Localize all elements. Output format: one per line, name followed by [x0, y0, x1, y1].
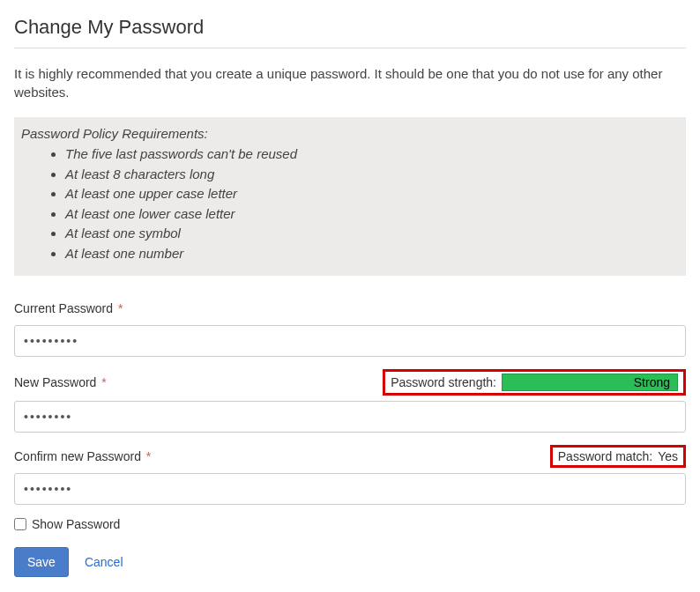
strength-label: Password strength: — [391, 375, 496, 389]
required-mark: * — [146, 449, 151, 463]
strength-bar: Strong — [502, 374, 678, 391]
policy-item: At least one symbol — [65, 224, 679, 244]
current-password-label: Current Password * — [14, 301, 123, 315]
password-policy-box: Password Policy Requirements: The five l… — [14, 117, 686, 276]
required-mark: * — [118, 301, 123, 315]
policy-item: At least one number — [65, 244, 679, 264]
confirm-password-input[interactable] — [14, 473, 686, 505]
show-password-checkbox[interactable] — [14, 518, 26, 530]
password-match-indicator: Password match: Yes — [550, 445, 686, 468]
policy-item: The five last passwords can't be reused — [65, 144, 679, 165]
confirm-password-label: Confirm new Password * — [14, 449, 151, 463]
match-value: Yes — [658, 449, 678, 463]
confirm-password-group: Confirm new Password * Password match: Y… — [14, 445, 686, 505]
actions-row: Save Cancel — [14, 547, 686, 577]
intro-text: It is highly recommended that you create… — [14, 64, 686, 101]
policy-item: At least one upper case letter — [65, 184, 679, 204]
page-title: Change My Password — [14, 16, 686, 39]
label-text: New Password — [14, 375, 96, 389]
password-strength-indicator: Password strength: Strong — [383, 369, 686, 396]
policy-item: At least 8 characters long — [65, 165, 679, 185]
new-password-label: New Password * — [14, 375, 107, 389]
strength-level: Strong — [634, 375, 670, 389]
label-text: Confirm new Password — [14, 449, 141, 463]
policy-list: The five last passwords can't be reused … — [21, 144, 679, 263]
title-divider — [14, 48, 686, 48]
label-text: Current Password — [14, 301, 113, 315]
match-label: Password match: — [558, 449, 652, 463]
policy-item: At least one lower case letter — [65, 204, 679, 225]
required-mark: * — [101, 375, 106, 389]
save-button[interactable]: Save — [14, 547, 69, 577]
new-password-group: New Password * Password strength: Strong — [14, 369, 686, 433]
show-password-row: Show Password — [14, 517, 686, 531]
cancel-link[interactable]: Cancel — [85, 555, 123, 569]
new-password-input[interactable] — [14, 401, 686, 433]
policy-heading: Password Policy Requirements: — [21, 126, 679, 141]
show-password-label: Show Password — [32, 517, 120, 531]
current-password-group: Current Password * — [14, 297, 686, 357]
current-password-input[interactable] — [14, 325, 686, 357]
